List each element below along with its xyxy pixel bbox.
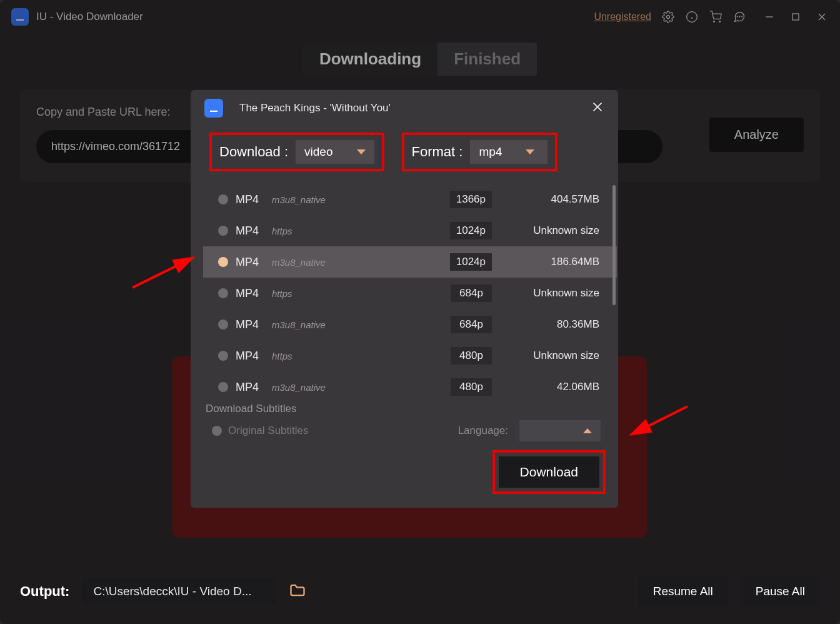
cart-icon[interactable] bbox=[709, 10, 722, 24]
format-resolution: 480p bbox=[451, 347, 492, 365]
folder-icon[interactable] bbox=[288, 581, 307, 601]
format-radio[interactable] bbox=[218, 288, 228, 298]
download-type-value: video bbox=[304, 145, 332, 159]
format-protocol: https bbox=[272, 288, 443, 299]
svg-point-6 bbox=[737, 16, 738, 17]
format-resolution: 684p bbox=[451, 284, 492, 302]
tab-downloading[interactable]: Downloading bbox=[303, 43, 438, 76]
format-name: MP4 bbox=[236, 193, 264, 206]
format-resolution: 1024p bbox=[450, 222, 492, 239]
format-name: MP4 bbox=[236, 287, 264, 300]
format-size: 186.64MB bbox=[518, 256, 599, 268]
resume-all-button[interactable]: Resume All bbox=[638, 576, 728, 606]
language-label: Language: bbox=[458, 425, 508, 437]
format-row[interactable]: MP4m3u8_native480p42.06MB bbox=[203, 371, 617, 403]
format-row[interactable]: MP4https480pUnknown size bbox=[203, 340, 617, 371]
annotation-arrow-right bbox=[625, 400, 694, 446]
format-size: Unknown size bbox=[518, 350, 599, 362]
format-protocol: m3u8_native bbox=[272, 257, 442, 268]
download-type-dropdown[interactable]: video bbox=[296, 140, 374, 164]
download-button[interactable]: Download bbox=[499, 456, 599, 488]
format-radio[interactable] bbox=[218, 194, 228, 204]
modal-header: The Peach Kings - 'Without You' bbox=[191, 90, 618, 128]
output-label: Output: bbox=[20, 583, 69, 600]
format-dropdown[interactable]: mp4 bbox=[470, 140, 548, 164]
format-row[interactable]: MP4m3u8_native1366p404.57MB bbox=[203, 184, 617, 215]
format-protocol: https bbox=[272, 351, 443, 361]
format-resolution: 684p bbox=[451, 316, 492, 333]
format-selector: Format : mp4 bbox=[402, 133, 558, 171]
format-size: Unknown size bbox=[518, 224, 599, 237]
format-protocol: m3u8_native bbox=[272, 320, 443, 330]
main-tabs: Downloading Finished bbox=[0, 43, 840, 76]
format-name: MP4 bbox=[236, 256, 264, 269]
original-subtitles-label: Original Subtitles bbox=[228, 425, 452, 437]
chevron-down-icon bbox=[357, 149, 366, 154]
svg-point-0 bbox=[667, 16, 670, 19]
format-size: 80.36MB bbox=[518, 318, 599, 331]
chevron-down-icon bbox=[526, 149, 534, 154]
format-row[interactable]: MP4m3u8_native1024p186.64MB bbox=[203, 246, 617, 278]
format-resolution: 1024p bbox=[450, 253, 492, 271]
format-radio[interactable] bbox=[218, 351, 228, 361]
download-type-selector: Download : video bbox=[209, 133, 384, 171]
format-row[interactable]: MP4https1024pUnknown size bbox=[203, 215, 617, 246]
format-resolution: 480p bbox=[451, 378, 492, 396]
chevron-up-icon bbox=[583, 428, 592, 433]
format-protocol: m3u8_native bbox=[272, 382, 443, 393]
scrollbar[interactable] bbox=[612, 185, 616, 305]
gear-icon[interactable] bbox=[661, 10, 675, 24]
format-radio[interactable] bbox=[218, 382, 228, 392]
format-protocol: m3u8_native bbox=[272, 194, 442, 205]
maximize-icon[interactable] bbox=[789, 10, 802, 24]
svg-point-5 bbox=[719, 21, 721, 23]
format-name: MP4 bbox=[236, 381, 264, 394]
subtitles-heading: Download Subtitles bbox=[203, 403, 603, 415]
format-name: MP4 bbox=[236, 350, 264, 363]
svg-point-8 bbox=[742, 16, 742, 17]
modal-logo-icon bbox=[204, 99, 223, 118]
format-name: MP4 bbox=[236, 318, 264, 331]
svg-point-4 bbox=[714, 21, 715, 23]
close-icon[interactable] bbox=[815, 10, 829, 24]
original-subtitles-radio[interactable] bbox=[212, 426, 222, 436]
minimize-icon[interactable] bbox=[762, 10, 776, 24]
svg-rect-10 bbox=[792, 14, 799, 20]
language-dropdown[interactable] bbox=[519, 420, 601, 441]
download-type-label: Download : bbox=[219, 144, 288, 160]
titlebar: IU - Video Downloader Unregistered bbox=[0, 0, 840, 34]
output-path[interactable]: C:\Users\decck\IU - Video D... bbox=[82, 578, 276, 605]
download-button-highlight: Download bbox=[492, 450, 606, 494]
output-bar: Output: C:\Users\decck\IU - Video D... R… bbox=[20, 576, 820, 606]
format-row[interactable]: MP4m3u8_native684p80.36MB bbox=[203, 309, 617, 340]
format-list: MP4m3u8_native1366p404.57MBMP4https1024p… bbox=[191, 181, 618, 403]
format-radio[interactable] bbox=[218, 320, 228, 330]
format-value: mp4 bbox=[479, 145, 502, 159]
format-resolution: 1366p bbox=[450, 191, 492, 208]
format-protocol: https bbox=[272, 226, 442, 236]
chat-icon[interactable] bbox=[732, 10, 746, 24]
format-name: MP4 bbox=[236, 224, 264, 238]
pause-all-button[interactable]: Pause All bbox=[741, 576, 820, 606]
app-title: IU - Video Downloader bbox=[36, 11, 143, 23]
format-row[interactable]: MP4https684pUnknown size bbox=[203, 278, 617, 309]
modal-title: The Peach Kings - 'Without You' bbox=[239, 102, 391, 114]
svg-point-7 bbox=[739, 16, 740, 17]
format-size: 404.57MB bbox=[518, 193, 599, 206]
tab-finished[interactable]: Finished bbox=[438, 43, 537, 76]
format-label: Format : bbox=[412, 144, 463, 160]
download-modal: The Peach Kings - 'Without You' Download… bbox=[191, 90, 618, 508]
format-size: Unknown size bbox=[518, 287, 599, 299]
format-radio[interactable] bbox=[218, 257, 228, 267]
annotation-arrow-left bbox=[128, 250, 202, 296]
info-icon[interactable] bbox=[685, 10, 699, 24]
analyze-button[interactable]: Analyze bbox=[709, 118, 804, 152]
app-logo-icon bbox=[11, 8, 29, 26]
format-radio[interactable] bbox=[218, 226, 228, 236]
svg-line-15 bbox=[132, 258, 193, 288]
svg-line-16 bbox=[631, 406, 688, 435]
format-size: 42.06MB bbox=[518, 381, 599, 393]
modal-close-button[interactable] bbox=[591, 100, 604, 116]
unregistered-link[interactable]: Unregistered bbox=[594, 11, 651, 23]
